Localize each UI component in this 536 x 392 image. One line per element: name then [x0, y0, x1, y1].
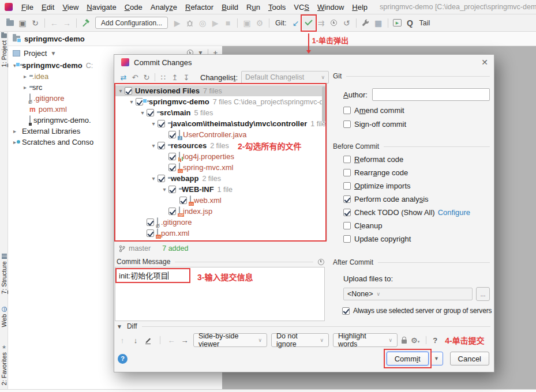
git-push-icon[interactable]: ⇉: [315, 17, 328, 29]
gear-icon[interactable]: ⚙▾: [411, 336, 419, 345]
group-by-icon[interactable]: ∷: [158, 71, 169, 83]
diff-highlight-select[interactable]: Highlight words∨: [333, 333, 398, 347]
checkbox[interactable]: [343, 235, 351, 243]
checkbox-checked[interactable]: [168, 153, 176, 160]
checkbox[interactable]: [343, 169, 351, 176]
compare-next-icon[interactable]: →: [180, 336, 189, 345]
diff-help-icon[interactable]: ?: [433, 336, 437, 345]
checkbox-checked[interactable]: [168, 131, 176, 138]
menu-code[interactable]: Code: [121, 3, 147, 12]
search-icon[interactable]: Q: [404, 17, 417, 29]
checkbox-checked[interactable]: [179, 197, 187, 204]
expand-all-icon[interactable]: ↥: [169, 71, 181, 83]
sidebar-tab-web[interactable]: Web: [0, 307, 8, 327]
checkbox-checked[interactable]: [168, 164, 176, 171]
checkbox-checked[interactable]: [147, 229, 154, 237]
always-use-server-option[interactable]: Always use selected server or group of s…: [342, 307, 490, 315]
before-commit-option[interactable]: Cleanup: [343, 221, 490, 230]
commit-tree-row[interactable]: pom.xml: [115, 228, 327, 239]
commit-tree-row[interactable]: ▾springmvc-demo7 files C:\idea_project\s…: [115, 96, 327, 107]
open-project-icon[interactable]: [3, 17, 16, 29]
before-commit-option[interactable]: Check TODO (Show All)Configure: [343, 208, 490, 217]
checkbox-checked[interactable]: [343, 195, 351, 203]
breadcrumb-project[interactable]: springmvc-demo: [24, 35, 85, 43]
commit-tree-row[interactable]: ▾WEB-INF1 file: [115, 184, 327, 195]
add-configuration-button[interactable]: Add Configuration...: [95, 17, 168, 29]
amend-commit-option[interactable]: Amend commit: [343, 106, 490, 115]
menu-file[interactable]: File: [17, 3, 38, 12]
chevron-icon[interactable]: ▾: [149, 120, 158, 127]
commit-button[interactable]: Commit: [387, 352, 429, 365]
commit-tree-row[interactable]: ▾webapp2 files: [115, 173, 327, 184]
cancel-button[interactable]: Cancel: [450, 352, 489, 365]
previous-difference-icon[interactable]: ↑: [118, 336, 127, 345]
jump-to-source-icon[interactable]: [144, 337, 153, 344]
menu-build[interactable]: Build: [218, 3, 242, 12]
checkbox-checked[interactable]: [168, 208, 176, 215]
upload-server-select[interactable]: <None> ∨: [343, 288, 473, 300]
menu-tools[interactable]: Tools: [264, 3, 290, 12]
forward-icon[interactable]: →: [61, 17, 73, 29]
run-anything-icon[interactable]: ▶: [391, 17, 404, 29]
build-hammer-icon[interactable]: [80, 17, 92, 29]
profiler-icon[interactable]: ▶: [209, 17, 222, 29]
rollback-icon[interactable]: ↶: [129, 71, 141, 83]
sidebar-tab-project[interactable]: 1: Project: [0, 33, 8, 67]
before-commit-option[interactable]: Optimize imports: [343, 182, 490, 190]
checkbox[interactable]: [343, 182, 351, 190]
diff-viewer-select[interactable]: Side-by-side viewer∨: [193, 333, 267, 347]
debug-icon[interactable]: [183, 17, 196, 29]
commit-tree-row[interactable]: spring-mvc.xml: [115, 162, 327, 173]
chevron-icon[interactable]: ▾: [160, 186, 168, 193]
commit-tree-row[interactable]: UserController.java: [115, 129, 327, 140]
checkbox-checked[interactable]: [147, 218, 154, 226]
commit-tree-row[interactable]: index.jsp: [115, 206, 327, 217]
before-commit-option[interactable]: Perform code analysis: [343, 195, 490, 203]
before-commit-option[interactable]: Update copyright: [343, 235, 490, 243]
checkbox-checked[interactable]: [168, 186, 176, 193]
close-icon[interactable]: ✕: [481, 58, 488, 66]
diff-whitespace-select[interactable]: Do not ignore∨: [271, 333, 329, 347]
checkbox-checked[interactable]: [147, 109, 154, 116]
sidebar-tab-favorites[interactable]: ★ 2: Favorites: [0, 345, 8, 391]
run-icon[interactable]: ▶: [171, 17, 183, 29]
chevron-icon[interactable]: ▾: [149, 175, 158, 182]
menu-vcs[interactable]: VCS: [290, 3, 313, 12]
menu-view[interactable]: View: [58, 3, 83, 12]
commit-dropdown-button[interactable]: ▼: [430, 352, 443, 365]
checkbox-checked[interactable]: [125, 87, 132, 95]
coverage-icon[interactable]: ◎: [196, 17, 209, 29]
chevron-icon[interactable]: ▾: [128, 99, 136, 105]
checkbox[interactable]: [343, 120, 351, 128]
wrench-icon[interactable]: [359, 17, 372, 29]
settings-sync-icon[interactable]: ⚙: [253, 17, 266, 29]
checkbox[interactable]: [343, 156, 351, 163]
commit-tree-row[interactable]: log4j.properties: [115, 151, 327, 162]
commit-tree-row[interactable]: ▾src\main5 files: [115, 107, 327, 118]
checkbox[interactable]: [343, 222, 351, 229]
signoff-commit-option[interactable]: Sign-off commit: [343, 120, 490, 129]
next-difference-icon[interactable]: ↓: [131, 336, 140, 345]
help-button[interactable]: ?: [118, 354, 128, 364]
menu-run[interactable]: Run: [242, 3, 264, 12]
chevron-icon[interactable]: ▸: [21, 73, 29, 80]
menu-edit[interactable]: Edit: [38, 3, 58, 12]
checkbox-checked[interactable]: [158, 142, 165, 149]
checkbox[interactable]: [343, 107, 351, 114]
show-diff-icon[interactable]: ⇄: [118, 71, 129, 83]
chevron-icon[interactable]: ▸: [10, 128, 19, 134]
commit-tree-row[interactable]: ▾resources2 files: [115, 140, 327, 151]
changelist-select[interactable]: Default Changelist ∨: [241, 71, 329, 84]
before-commit-option[interactable]: Reformat code: [343, 155, 490, 164]
git-update-icon[interactable]: ↙: [290, 17, 302, 29]
sync-icon[interactable]: ↻: [29, 17, 42, 29]
menu-analyze[interactable]: Analyze: [147, 3, 181, 12]
menu-refactor[interactable]: Refactor: [181, 3, 218, 12]
chevron-icon[interactable]: ▾: [117, 88, 125, 94]
commit-tree-row[interactable]: .gitignore: [115, 217, 327, 228]
before-commit-option[interactable]: Rearrange code: [343, 168, 490, 177]
configure-link[interactable]: Configure: [438, 208, 470, 217]
history-icon[interactable]: [328, 17, 340, 29]
checkbox-checked[interactable]: [158, 120, 165, 127]
commit-message-input[interactable]: init:初始化项目: [115, 267, 325, 321]
